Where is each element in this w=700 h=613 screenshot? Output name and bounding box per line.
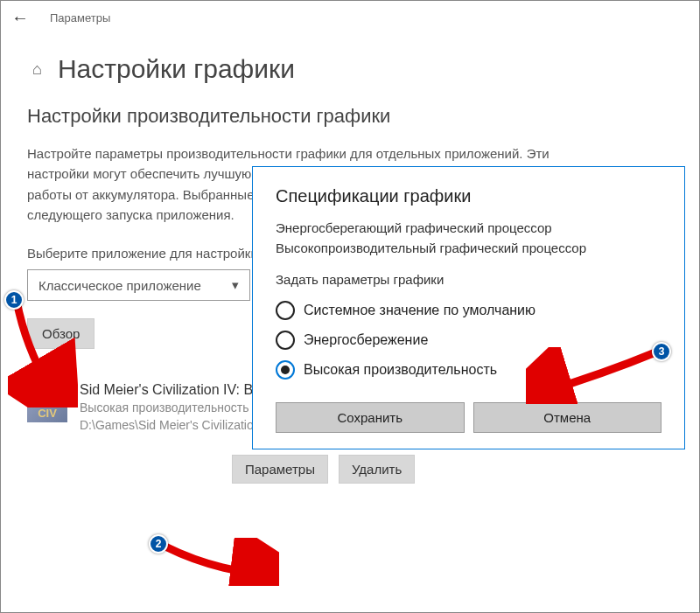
top-bar: ← Параметры <box>1 1 699 35</box>
browse-button[interactable]: Обзор <box>27 318 94 349</box>
back-icon[interactable]: ← <box>11 8 29 28</box>
app-icon: CIV <box>27 382 67 422</box>
window-title: Параметры <box>50 11 110 24</box>
radio-label: Высокая производительность <box>304 362 497 378</box>
home-icon[interactable]: ⌂ <box>32 60 42 79</box>
radio-label: Энергосбережение <box>304 332 428 348</box>
chevron-down-icon: ▾ <box>232 277 239 293</box>
radio-high-performance[interactable]: Высокая производительность <box>276 355 662 385</box>
cancel-button[interactable]: Отмена <box>473 402 662 433</box>
radio-icon <box>276 331 295 350</box>
radio-icon <box>276 360 295 380</box>
radio-system-default[interactable]: Системное значение по умолчанию <box>276 296 662 325</box>
save-button[interactable]: Сохранить <box>276 402 465 433</box>
page-header: ⌂ Настройки графики <box>1 35 699 93</box>
radio-label: Системное значение по умолчанию <box>304 303 536 318</box>
radio-power-saving[interactable]: Энергосбережение <box>276 325 662 355</box>
radio-icon <box>276 301 295 320</box>
annotation-badge-1: 1 <box>4 290 24 310</box>
options-button[interactable]: Параметры <box>232 455 328 484</box>
dialog-section-label: Задать параметры графики <box>276 272 662 287</box>
dialog-gpu-highperf: Высокопроизводительный графический проце… <box>276 239 662 259</box>
dialog-gpu-powersave: Энергосберегающий графический процессор <box>276 219 662 239</box>
annotation-arrow-2 <box>157 538 279 586</box>
remove-button[interactable]: Удалить <box>339 455 415 484</box>
section-subhead: Настройки производительности графики <box>27 105 673 128</box>
page-title: Настройки графики <box>58 54 295 84</box>
dialog-title: Спецификации графики <box>276 186 662 206</box>
app-type-dropdown[interactable]: Классическое приложение ▾ <box>27 269 250 301</box>
annotation-badge-2: 2 <box>149 534 168 554</box>
dialog-buttons: Сохранить Отмена <box>276 402 662 433</box>
app-buttons: Параметры Удалить <box>232 455 673 484</box>
graphics-spec-dialog: Спецификации графики Энергосберегающий г… <box>252 166 685 449</box>
app-type-value: Классическое приложение <box>38 278 201 293</box>
annotation-badge-3: 3 <box>652 342 671 361</box>
